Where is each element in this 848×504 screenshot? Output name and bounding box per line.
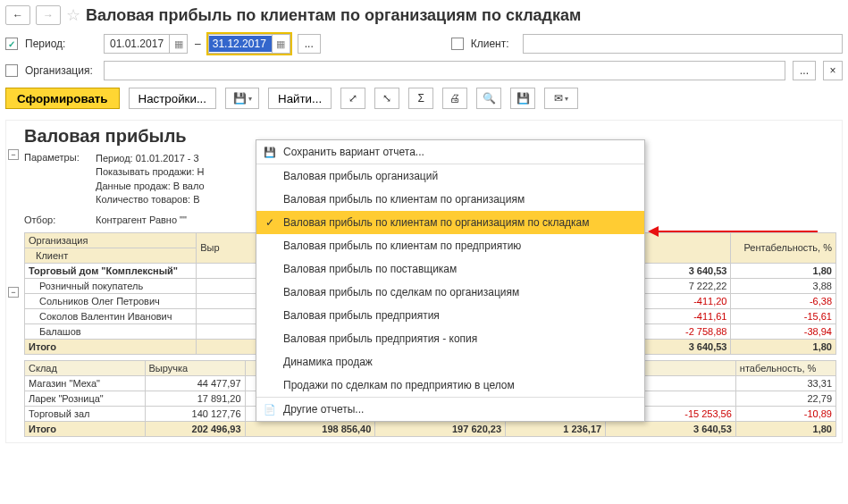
params-lines: Период: 01.01.2017 - 3 Показывать продаж…: [96, 152, 205, 207]
calendar-icon[interactable]: ▦: [272, 35, 290, 53]
menu-save-variant[interactable]: 💾 Сохранить вариант отчета...: [256, 140, 644, 164]
total-label: Итого: [25, 339, 197, 354]
org-label: Организация:: [25, 64, 97, 77]
find-button[interactable]: Найти...: [268, 88, 332, 109]
variants-menu: 💾 Сохранить вариант отчета... Валовая пр…: [256, 139, 645, 422]
page-title: Валовая прибыль по клиентам по организац…: [86, 6, 581, 25]
annotation-arrow: [657, 231, 818, 232]
report-icon: 📄: [264, 404, 276, 416]
save-icon: 💾: [233, 92, 247, 105]
calendar-icon[interactable]: ▦: [169, 35, 187, 53]
tree-collapse-toggle[interactable]: −: [8, 149, 19, 160]
print-button[interactable]: 🖨: [442, 88, 467, 109]
menu-variant-item[interactable]: Валовая прибыль предприятия: [256, 304, 644, 327]
settings-button[interactable]: Настройки...: [129, 88, 216, 109]
disk-icon: 💾: [516, 92, 530, 105]
client-input[interactable]: [523, 34, 843, 54]
variants-dropdown-button[interactable]: 💾▾: [225, 88, 259, 109]
chevron-down-icon: ▾: [248, 95, 252, 103]
disk-icon: 💾: [264, 147, 276, 158]
printer-icon: 🖨: [449, 92, 460, 105]
col-rent2: нтабельность, %: [735, 360, 835, 375]
email-dropdown-button[interactable]: ✉▾: [544, 88, 578, 109]
nav-back-button[interactable]: ←: [5, 5, 30, 25]
chevron-down-icon: ▾: [565, 95, 568, 103]
col-client: Клиент: [25, 248, 197, 263]
date-range: 01.01.2017 ▦ – 31.12.2017 ▦: [104, 34, 290, 54]
date-dash: –: [191, 38, 205, 50]
date-from-input[interactable]: 01.01.2017 ▦: [104, 34, 188, 54]
preview-button[interactable]: 🔍: [476, 88, 501, 109]
menu-other-reports[interactable]: 📄 Другие отчеты...: [256, 397, 644, 421]
expand-button[interactable]: ⤢: [340, 88, 365, 109]
filter-caption: Отбор:: [24, 214, 87, 225]
check-icon: ✓: [264, 216, 276, 229]
period-checkbox[interactable]: [5, 38, 18, 50]
generate-button[interactable]: Сформировать: [5, 88, 120, 109]
magnifier-icon: 🔍: [483, 92, 496, 105]
menu-variant-item[interactable]: Валовая прибыль предприятия - копия: [256, 327, 644, 350]
org-input[interactable]: [104, 61, 785, 80]
total-label: Итого: [25, 421, 146, 436]
col-rent: Рентабельность, %: [731, 232, 836, 263]
menu-variant-item[interactable]: Валовая прибыль по клиентам по предприят…: [256, 234, 644, 257]
client-label: Клиент:: [471, 38, 516, 50]
params-caption: Параметры:: [24, 152, 87, 207]
col-org: Организация: [25, 232, 197, 248]
save-as-button[interactable]: 💾: [510, 88, 535, 109]
org-picker-button[interactable]: ...: [793, 61, 816, 80]
col-rev2: Выручка: [145, 360, 245, 375]
email-icon: ✉: [554, 92, 563, 105]
date-to-input[interactable]: 31.12.2017 ▦: [208, 34, 290, 54]
period-picker-button[interactable]: ...: [298, 34, 321, 54]
sum-button[interactable]: Σ: [408, 88, 433, 109]
client-checkbox[interactable]: [451, 38, 464, 50]
col-sklad: Склад: [25, 360, 146, 375]
menu-variant-item[interactable]: Валовая прибыль по поставщикам: [256, 257, 644, 281]
collapse-button[interactable]: ⤡: [374, 88, 399, 109]
menu-variant-item[interactable]: Продажи по сделкам по предприятию в цело…: [256, 374, 644, 397]
org-checkbox[interactable]: [5, 64, 18, 77]
favorite-star-icon[interactable]: ☆: [66, 5, 80, 25]
tree-collapse-toggle[interactable]: −: [8, 287, 19, 298]
menu-variant-item[interactable]: Валовая прибыль организаций: [256, 164, 644, 188]
nav-fwd-button[interactable]: →: [36, 5, 61, 25]
period-label: Период:: [25, 38, 97, 50]
menu-variant-item[interactable]: Динамика продаж: [256, 350, 644, 374]
menu-variant-item[interactable]: Валовая прибыль по клиентам по организац…: [256, 188, 644, 211]
filter-line: Контрагент Равно "": [96, 214, 187, 225]
org-clear-button[interactable]: ×: [823, 61, 843, 80]
menu-variant-item[interactable]: Валовая прибыль по сделкам по организаци…: [256, 281, 644, 304]
menu-variant-item[interactable]: ✓Валовая прибыль по клиентам по организа…: [256, 211, 644, 234]
